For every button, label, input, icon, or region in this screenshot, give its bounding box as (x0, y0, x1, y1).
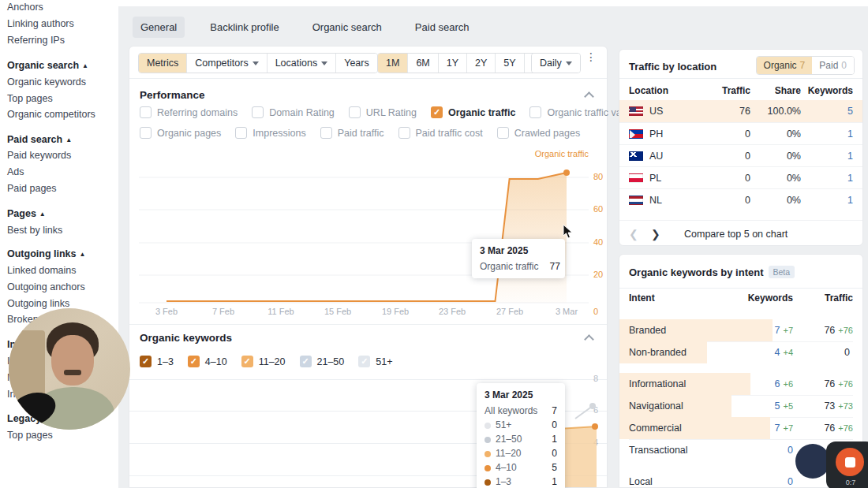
paid-count: 0 (841, 60, 847, 71)
table-row[interactable]: US 76 100.0% 5 (619, 100, 862, 122)
range-1y-button[interactable]: 1Y (438, 54, 466, 73)
keywords-link[interactable]: 1 (847, 151, 853, 162)
intent-title: Organic keywords by intentBeta (629, 266, 795, 278)
years-button[interactable]: Years (335, 54, 377, 73)
intent-row-non-branded[interactable]: Non-branded 4+4 0 (619, 341, 862, 363)
y-axis-label-80: 80 (593, 172, 603, 181)
keywords-link[interactable]: 1 (847, 129, 853, 140)
collapse-performance-chevron-icon[interactable] (586, 91, 593, 98)
intent-row-informational[interactable]: Informational 6+6 76+76 (619, 373, 862, 395)
sidebar-section-pages[interactable]: Pages▲ (7, 208, 46, 219)
metrics-button[interactable]: Metrics (139, 54, 186, 73)
prev-page-arrow-icon[interactable]: ❮ (629, 228, 651, 240)
card-divider (619, 288, 862, 289)
x-axis-tick: 23 Feb (432, 307, 472, 316)
tooltip-label: Organic traffic (480, 261, 538, 272)
checkbox-paid-traffic[interactable]: Paid traffic (320, 127, 384, 139)
competitors-dropdown[interactable]: Competitors (186, 54, 266, 73)
filter-51plus[interactable]: ✓51+ (358, 356, 392, 367)
webcam-person-mustache (64, 370, 81, 375)
sidebar-item-legacy-top-pages[interactable]: Top pages (7, 430, 53, 441)
checkbox-organic-pages[interactable]: Organic pages (140, 127, 221, 139)
checkbox-paid-traffic-cost[interactable]: Paid traffic cost (398, 127, 483, 139)
tab-organic-search[interactable]: Organic search (305, 17, 390, 38)
organic-traffic-chart[interactable] (139, 161, 589, 304)
sidebar-item-linking-authors[interactable]: Linking authors (7, 18, 74, 29)
checkbox-domain-rating[interactable]: Domain Rating (252, 106, 335, 118)
sidebar-item-top-pages[interactable]: Top pages (7, 93, 53, 104)
intent-row-commercial[interactable]: Commercial 7+7 76+76 (619, 417, 862, 439)
section-divider (129, 324, 607, 325)
next-page-arrow-icon[interactable]: ❯ (651, 228, 673, 240)
filter-11-20[interactable]: ✓11–20 (241, 356, 286, 367)
checkbox-url-rating[interactable]: URL Rating (349, 106, 417, 118)
range-1m-button[interactable]: 1M (378, 54, 407, 73)
sidebar-item-outgoing-links[interactable]: Outgoing links (7, 298, 69, 309)
table-row[interactable]: PH 0 0% 1 (619, 122, 862, 144)
collapse-triangle-icon: ▲ (80, 251, 86, 258)
sidebar-item-linked-domains[interactable]: Linked domains (7, 265, 77, 276)
sidebar-item-ads[interactable]: Ads (7, 166, 24, 177)
range-5y-button[interactable]: 5Y (495, 54, 523, 73)
location-table-header: Location Traffic Share Keywords (619, 81, 862, 100)
tooltip-value: 77 (549, 261, 559, 272)
nl-flag-icon (629, 196, 643, 205)
toggle-paid[interactable]: Paid0 (812, 57, 854, 74)
webcam-overlay[interactable] (9, 308, 130, 430)
sidebar-section-paid-search[interactable]: Paid search▲ (7, 134, 72, 145)
granularity-dropdown[interactable]: Daily (532, 54, 580, 73)
sidebar-item-referring-ips[interactable]: Referring IPs (7, 35, 65, 46)
sidebar-item-anchors[interactable]: Anchors (7, 2, 43, 13)
table-row[interactable]: AU 0 0% 1 (619, 144, 862, 166)
sidebar-item-best-by-links[interactable]: Best by links (7, 225, 62, 236)
checkbox-impressions[interactable]: Impressions (235, 127, 305, 139)
sidebar-section-organic-search[interactable]: Organic search▲ (7, 60, 88, 71)
x-axis-tick: 7 Feb (204, 307, 243, 316)
range-6m-button[interactable]: 6M (407, 54, 437, 73)
sidebar-item-paid-pages[interactable]: Paid pages (7, 183, 57, 194)
tab-paid-search[interactable]: Paid search (407, 17, 477, 38)
sidebar-item-organic-competitors[interactable]: Organic competitors (7, 109, 95, 120)
x-axis-tick: 3 Mar (547, 307, 586, 316)
keywords-link[interactable]: 5 (847, 106, 853, 117)
tab-general[interactable]: General (133, 17, 185, 38)
keywords-link[interactable]: 1 (847, 173, 853, 184)
x-axis-tick: 15 Feb (318, 307, 357, 316)
tab-backlink-profile[interactable]: Backlink profile (202, 17, 286, 38)
table-row[interactable]: NL 0 0% 1 (619, 188, 862, 210)
filter-1-3[interactable]: ✓1–3 (140, 356, 174, 367)
keywords-link[interactable]: 1 (847, 195, 853, 206)
au-flag-icon (629, 151, 643, 161)
more-options-kebab-icon[interactable]: ⋮ (586, 54, 597, 60)
intent-row-branded[interactable]: Branded 7+7 76+76 (619, 319, 862, 341)
sidebar-item-outgoing-anchors[interactable]: Outgoing anchors (7, 281, 85, 292)
intent-row-navigational[interactable]: Navigational 5+5 73+73 (619, 395, 862, 417)
x-axis-tick: 11 Feb (261, 307, 301, 316)
checkbox-checked-box: ✓ (358, 356, 370, 367)
us-flag-icon (629, 106, 643, 116)
sidebar-item-organic-keywords[interactable]: Organic keywords (7, 76, 86, 88)
stop-recording-button[interactable] (836, 448, 864, 476)
y-axis-label-40: 40 (593, 237, 603, 247)
intent-table-header: Intent Keywords Traffic (619, 292, 862, 311)
webcam-person-face (51, 335, 94, 386)
checkbox-organic-traffic[interactable]: ✓Organic traffic (431, 106, 515, 118)
sidebar-section-outgoing-links[interactable]: Outgoing links▲ (7, 248, 85, 259)
recorder-secondary-circle[interactable] (795, 444, 830, 479)
collapse-keywords-chevron-icon[interactable] (586, 333, 593, 341)
checkbox-referring-domains[interactable]: Referring domains (140, 106, 238, 118)
checkbox-crawled-pages[interactable]: Crawled pages (497, 127, 580, 139)
table-row[interactable]: PL 0 0% 1 (619, 166, 862, 188)
toggle-organic[interactable]: Organic7 (757, 57, 813, 74)
filter-21-50[interactable]: ✓21–50 (300, 356, 345, 367)
filter-4-10[interactable]: ✓4–10 (188, 356, 227, 367)
locations-dropdown[interactable]: Locations (267, 54, 336, 73)
tooltip-date: 3 Mar 2025 (485, 389, 557, 400)
compare-top5-link[interactable]: Compare top 5 on chart (684, 229, 788, 240)
checkbox-box (235, 127, 247, 139)
x-axis-tick: 27 Feb (490, 307, 529, 316)
report-tabs: General Backlink profile Organic search … (133, 17, 477, 38)
sidebar-item-paid-keywords[interactable]: Paid keywords (7, 150, 71, 161)
checkbox-checked-box: ✓ (431, 106, 443, 118)
range-2y-button[interactable]: 2Y (466, 54, 495, 73)
